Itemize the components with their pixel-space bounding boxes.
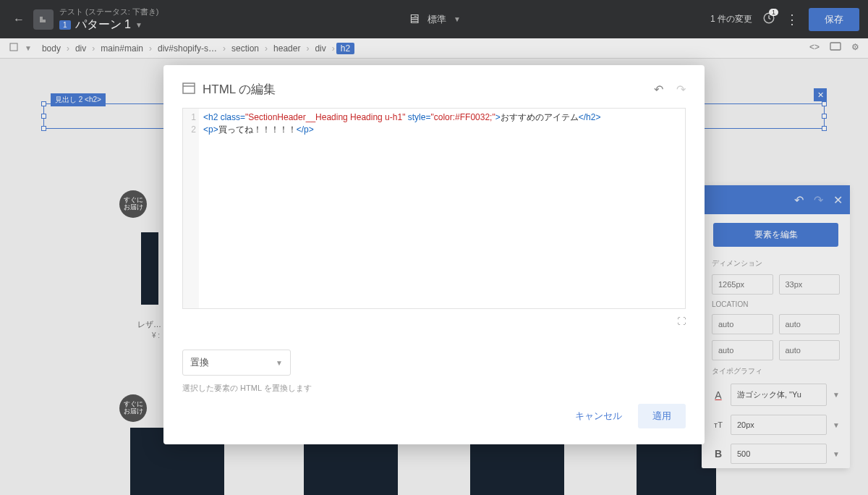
undo-icon[interactable]: ↶ <box>654 82 663 96</box>
mode-select-value: 置換 <box>190 356 209 369</box>
code-editor[interactable]: 12 <h2 class="SectionHeader__Heading Hea… <box>182 108 686 309</box>
modal-title: HTML の編集 <box>203 81 276 98</box>
apply-button[interactable]: 適用 <box>638 404 686 428</box>
mode-description: 選択した要素の HTML を置換します <box>182 383 686 394</box>
code-body[interactable]: <h2 class="SectionHeader__Heading Headin… <box>199 109 685 308</box>
line-gutter: 12 <box>183 109 199 308</box>
modal-header: HTML の編集 ↶ ↷ <box>182 81 686 98</box>
mode-select[interactable]: 置換 ▼ <box>182 350 291 376</box>
html-edit-modal: HTML の編集 ↶ ↷ 12 <h2 class="SectionHeader… <box>163 65 705 444</box>
cancel-button[interactable]: キャンセル <box>565 404 632 428</box>
chevron-down-icon: ▼ <box>276 359 283 367</box>
fullscreen-icon[interactable]: ⛶ <box>182 316 686 326</box>
page-icon <box>182 82 195 97</box>
svg-rect-3 <box>183 83 195 93</box>
modal-footer: キャンセル 適用 <box>182 404 686 428</box>
redo-icon[interactable]: ↷ <box>676 82 686 96</box>
modal-backdrop[interactable]: HTML の編集 ↶ ↷ 12 <h2 class="SectionHeader… <box>0 0 868 495</box>
